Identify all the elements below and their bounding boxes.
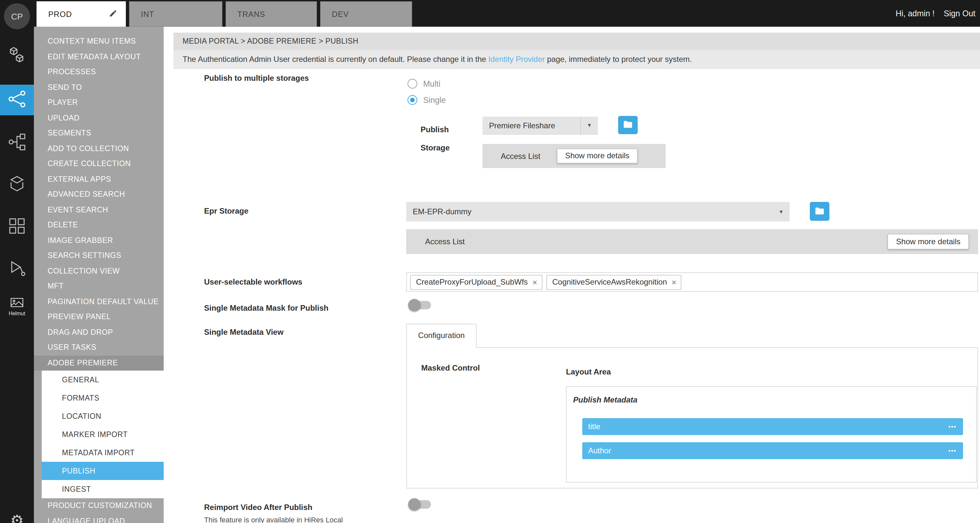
sidebar-item-metadata-import[interactable]: METADATA IMPORT	[42, 444, 164, 462]
identity-provider-link[interactable]: Identity Provider	[488, 55, 545, 64]
single-metadata-view-label: Single Metadata View	[204, 328, 284, 337]
epr-storage-dropdown[interactable]: EM-EPR-dummy ▼	[406, 202, 790, 222]
sidebar-item-location[interactable]: LOCATION	[42, 407, 164, 425]
edit-pencil-icon[interactable]	[109, 9, 118, 19]
sidebar-item-processes[interactable]: PROCESSES	[34, 65, 164, 80]
workflows-chip-input[interactable]: CreateProxyForUpload_SubWfs × CognitiveS…	[406, 272, 978, 292]
sidebar-item-drag-and-drop[interactable]: DRAG AND DROP	[34, 325, 164, 340]
tab-dev-label: DEV	[332, 10, 349, 19]
rail-item-helmut-logo[interactable]: Helmut	[0, 298, 34, 317]
radio-single[interactable]	[407, 95, 417, 105]
workflow-graph-icon	[7, 89, 27, 111]
sidebar-item-advanced-search[interactable]: ADVANCED SEARCH	[34, 187, 164, 202]
broken-image-icon	[10, 298, 24, 310]
sidebar-item-publish[interactable]: PUBLISH	[42, 462, 164, 480]
rail-item-profiles-active[interactable]	[0, 85, 34, 115]
sidebar-item-product-customization[interactable]: PRODUCT CUSTOMIZATION	[34, 498, 164, 513]
tab-int[interactable]: INT	[129, 1, 222, 27]
radio-multi-label: Multi	[423, 79, 441, 88]
tab-trans-label: TRANS	[237, 10, 265, 19]
sidebar-item-general[interactable]: GENERAL	[42, 371, 164, 389]
remove-chip-icon[interactable]: ×	[671, 278, 676, 286]
sidebar-item-event-search[interactable]: EVENT SEARCH	[34, 202, 164, 217]
rail-item-modules[interactable]	[0, 216, 34, 238]
show-more-details-button[interactable]: Show more details	[557, 149, 638, 163]
rail-item-packages[interactable]	[0, 46, 34, 68]
sidebar-item-send-to[interactable]: SEND TO	[34, 80, 164, 95]
sidebar-item-segments[interactable]: SEGMENTS	[34, 126, 164, 141]
sidebar-item-collection-view[interactable]: COLLECTION VIEW	[34, 263, 164, 279]
sign-out-link[interactable]: Sign Out	[944, 9, 975, 18]
helmut-logo-text: Helmut	[9, 311, 25, 317]
rail-item-render[interactable]	[0, 258, 34, 281]
packages-icon	[7, 46, 27, 68]
sidebar-item-marker-import[interactable]: MARKER IMPORT	[42, 425, 164, 444]
notice-text-before: The Authentication Admin User credential…	[183, 55, 488, 64]
app-window: PROD INT TRANS DEV Hi, admin ! Sign Out …	[0, 0, 980, 523]
sidebar-item-pagination-default-value[interactable]: PAGINATION DEFAULT VALUE	[34, 294, 164, 309]
sidebar-item-image-grabber[interactable]: IMAGE GRABBER	[34, 233, 164, 248]
gear-icon: ⚙	[10, 513, 24, 523]
field-options-icon[interactable]: •••	[948, 447, 956, 454]
show-more-details-button[interactable]: Show more details	[888, 234, 969, 249]
topbar: PROD INT TRANS DEV Hi, admin ! Sign Out	[0, 0, 980, 27]
reimport-video-label: Reimport Video After Publish	[204, 503, 312, 512]
avatar[interactable]: CP	[4, 3, 30, 29]
tab-trans[interactable]: TRANS	[226, 1, 317, 27]
chevron-down-icon[interactable]: ▼	[580, 117, 598, 135]
breadcrumb: MEDIA PORTAL > ADOBE PREMIERE > PUBLISH	[173, 33, 980, 50]
publish-multiple-storages-label: Publish to multiple storages	[204, 74, 309, 83]
sidebar-item-ingest[interactable]: INGEST	[42, 480, 164, 498]
single-metadata-mask-toggle[interactable]	[409, 301, 431, 309]
reimport-video-toggle[interactable]	[409, 500, 431, 509]
render-play-icon	[7, 258, 27, 281]
stacked-box-icon	[7, 174, 27, 196]
radio-multi[interactable]	[407, 79, 417, 89]
sidebar-item-preview-panel[interactable]: PREVIEW PANEL	[34, 309, 164, 325]
sidebar-item-mft[interactable]: MFT	[34, 279, 164, 294]
folder-icon	[623, 119, 632, 131]
rail-item-settings[interactable]: ⚙	[0, 513, 34, 523]
toggle-knob	[408, 299, 420, 311]
metadata-field-author[interactable]: Author •••	[582, 442, 963, 459]
sidebar-item-external-apps[interactable]: EXTERNAL APPS	[34, 172, 164, 187]
tab-dev[interactable]: DEV	[320, 1, 412, 27]
rail-item-collections[interactable]	[0, 174, 34, 196]
sidebar-item-player[interactable]: PLAYER	[34, 95, 164, 110]
adobe-premiere-submenu: GENERAL FORMATS LOCATION MARKER IMPORT M…	[42, 371, 164, 498]
greeting-text: Hi, admin !	[896, 9, 935, 18]
publish-storage-access-bar: Access List Show more details	[482, 144, 666, 168]
notice-bar: The Authentication Admin User credential…	[173, 50, 980, 69]
metadata-field-title[interactable]: title •••	[582, 418, 963, 435]
workflow-chip: CognitiveServiceAwsRekognition ×	[546, 274, 682, 290]
publish-storage-value: Premiere Fileshare	[482, 121, 580, 130]
remove-chip-icon[interactable]: ×	[532, 278, 537, 286]
radio-option-multi[interactable]: Multi	[407, 79, 441, 89]
sidebar-item-edit-metadata-layout[interactable]: EDIT METADATA LAYOUT	[34, 49, 164, 65]
metadata-field-label: title	[588, 422, 600, 431]
sidebar-item-user-tasks[interactable]: USER TASKS	[34, 340, 164, 355]
access-list-label: Access List	[425, 237, 465, 246]
sidebar: CONTEXT MENU ITEMS EDIT METADATA LAYOUT …	[34, 27, 164, 523]
sidebar-item-language-upload[interactable]: LANGUAGE UPLOAD	[34, 513, 164, 523]
publish-storage-browse-button[interactable]	[618, 116, 638, 134]
sidebar-item-adobe-premiere[interactable]: ADOBE PREMIERE	[34, 355, 164, 371]
publish-storage-dropdown[interactable]: Premiere Fileshare ▼	[482, 117, 598, 135]
chevron-down-icon[interactable]: ▼	[773, 209, 790, 215]
field-options-icon[interactable]: •••	[948, 423, 956, 430]
folder-icon	[815, 206, 824, 217]
sidebar-item-add-to-collection[interactable]: ADD TO COLLECTION	[34, 141, 164, 156]
sidebar-item-context-menu-items[interactable]: CONTEXT MENU ITEMS	[34, 34, 164, 49]
sidebar-item-delete[interactable]: DELETE	[34, 217, 164, 233]
sidebar-item-create-collection[interactable]: CREATE COLLECTION	[34, 156, 164, 172]
epr-storage-browse-button[interactable]	[810, 202, 829, 221]
tab-prod[interactable]: PROD	[37, 1, 126, 27]
sidebar-item-upload[interactable]: UPLOAD	[34, 110, 164, 126]
sidebar-item-formats[interactable]: FORMATS	[42, 389, 164, 407]
radio-single-label: Single	[423, 95, 446, 105]
tab-configuration[interactable]: Configuration	[406, 324, 477, 348]
rail-item-workflows[interactable]	[0, 132, 34, 154]
sidebar-item-search-settings[interactable]: SEARCH SETTINGS	[34, 248, 164, 263]
tab-int-label: INT	[141, 10, 154, 19]
radio-option-single[interactable]: Single	[407, 95, 446, 105]
